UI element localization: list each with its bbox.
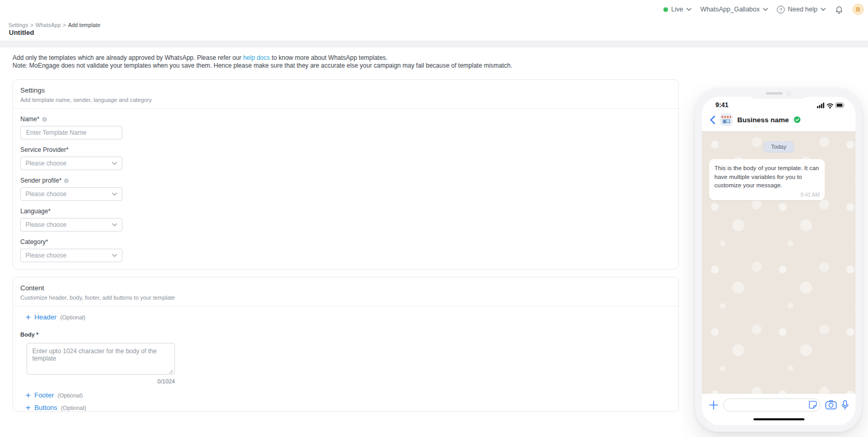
plus-icon — [26, 404, 31, 412]
chevron-down-icon — [112, 162, 117, 165]
body-textarea-wrap — [27, 343, 175, 377]
phone-speaker — [766, 92, 783, 95]
environment-label: Live — [671, 6, 683, 13]
service-provider-label: Service Provider* — [20, 146, 671, 153]
settings-card-body: Name* Service Provider* Please choose Se… — [13, 109, 678, 276]
template-notice: Add only the templates which are already… — [12, 54, 512, 70]
workspace-label: WhatsApp_Gallabox — [700, 6, 760, 13]
notice-line-2: Note: MoEngage does not validate your te… — [12, 62, 512, 70]
template-name-input[interactable] — [20, 126, 122, 139]
back-chevron-icon[interactable] — [710, 115, 715, 124]
chat-title: Business name — [737, 116, 789, 124]
top-header: Live WhatsApp_Gallabox Need help B Setti… — [0, 0, 868, 41]
language-label: Language* — [20, 208, 671, 215]
breadcrumb: Settings > WhatsApp > Add template — [8, 22, 100, 28]
message-text: This is the body of your template. It ca… — [714, 164, 820, 190]
phone-preview: 9:41 — [695, 88, 862, 432]
verified-badge-icon — [794, 116, 801, 123]
notifications-bell-icon[interactable] — [835, 5, 844, 14]
phone-screen: 9:41 — [702, 97, 856, 425]
chat-header: Business name — [702, 109, 856, 132]
breadcrumb-separator: > — [30, 22, 33, 28]
content-card-title: Content — [20, 284, 671, 292]
attach-plus-icon[interactable] — [709, 400, 719, 410]
help-circle-icon — [777, 6, 785, 14]
resize-handle-icon[interactable] — [169, 369, 173, 374]
home-indicator[interactable] — [753, 418, 804, 421]
chat-input-row — [702, 394, 856, 412]
user-avatar[interactable]: B — [852, 4, 864, 15]
info-icon[interactable] — [42, 117, 47, 122]
info-icon[interactable] — [64, 178, 69, 183]
body-field-label: Body * — [20, 331, 671, 338]
service-provider-select[interactable]: Please choose — [20, 157, 122, 170]
chat-text-input[interactable] — [723, 399, 821, 412]
language-select[interactable]: Please choose — [20, 218, 122, 232]
status-time: 9:41 — [715, 101, 728, 109]
chat-body: Today This is the body of your template.… — [702, 132, 856, 394]
app-root: Live WhatsApp_Gallabox Need help B Setti… — [0, 0, 868, 437]
environment-selector[interactable]: Live — [663, 6, 691, 13]
chevron-down-icon — [112, 223, 117, 226]
settings-card: Settings Add template name, sender, lang… — [12, 79, 679, 269]
sender-profile-select[interactable]: Please choose — [20, 187, 122, 201]
live-status-dot — [663, 7, 668, 12]
page-title: Untitled — [9, 29, 34, 36]
content-card: Content Customize header, body, footer, … — [12, 277, 679, 412]
phone-notch — [748, 88, 809, 99]
breadcrumb-item-add-template: Add template — [68, 22, 100, 28]
service-provider-field: Service Provider* Please choose — [20, 146, 671, 170]
plus-icon — [26, 314, 31, 321]
message-bubble: This is the body of your template. It ca… — [709, 159, 825, 200]
help-label: Need help — [788, 6, 817, 13]
sender-profile-field: Sender profile* Please choose — [20, 177, 671, 201]
mic-icon[interactable] — [841, 400, 849, 410]
header-divider-band — [0, 41, 868, 47]
category-field: Category* Please choose — [20, 238, 671, 262]
message-time: 9:41 AM — [714, 192, 820, 198]
help-docs-link[interactable]: help docs — [243, 54, 270, 61]
content-card-body: Header (Optional) Body * 0/1024 Footer (… — [13, 306, 678, 418]
content-card-header: Content Customize header, body, footer, … — [13, 277, 678, 306]
category-select[interactable]: Please choose — [20, 249, 122, 262]
signal-wifi-battery-icons — [817, 102, 845, 109]
breadcrumb-item-whatsapp[interactable]: WhatsApp — [35, 22, 60, 28]
phone-camera-dot — [787, 92, 791, 96]
body-textarea[interactable] — [27, 343, 175, 375]
help-menu[interactable]: Need help — [777, 6, 826, 14]
settings-card-subtitle: Add template name, sender, language and … — [20, 97, 671, 103]
settings-card-title: Settings — [20, 86, 671, 94]
add-footer-button[interactable]: Footer (Optional) — [26, 391, 83, 399]
breadcrumb-item-settings[interactable]: Settings — [8, 22, 28, 28]
language-field: Language* Please choose — [20, 208, 671, 232]
chevron-down-icon — [112, 192, 117, 196]
plus-icon — [26, 392, 31, 399]
content-card-subtitle: Customize header, body, footer, add butt… — [20, 294, 671, 301]
chevron-down-icon — [686, 8, 691, 11]
business-avatar — [720, 113, 733, 126]
add-buttons-button[interactable]: Buttons (Optional) — [26, 404, 86, 412]
date-chip: Today — [763, 142, 794, 152]
name-field-label: Name* — [20, 115, 671, 123]
chevron-down-icon — [763, 8, 768, 11]
character-counter: 0/1024 — [20, 378, 175, 384]
category-label: Category* — [20, 238, 671, 246]
workspace-selector[interactable]: WhatsApp_Gallabox — [700, 6, 768, 13]
chat-footer — [702, 394, 856, 426]
header-actions: Live WhatsApp_Gallabox Need help B — [663, 4, 864, 15]
sticker-icon[interactable] — [809, 401, 817, 409]
chevron-down-icon — [112, 254, 117, 257]
name-field: Name* — [20, 115, 671, 139]
add-header-button[interactable]: Header (Optional) — [26, 313, 85, 321]
notice-line-1: Add only the templates which are already… — [12, 54, 512, 62]
sender-profile-label: Sender profile* — [20, 177, 671, 184]
settings-card-header: Settings Add template name, sender, lang… — [13, 80, 678, 109]
camera-icon[interactable] — [825, 400, 837, 409]
chevron-down-icon — [821, 8, 826, 11]
breadcrumb-separator: > — [63, 22, 66, 28]
